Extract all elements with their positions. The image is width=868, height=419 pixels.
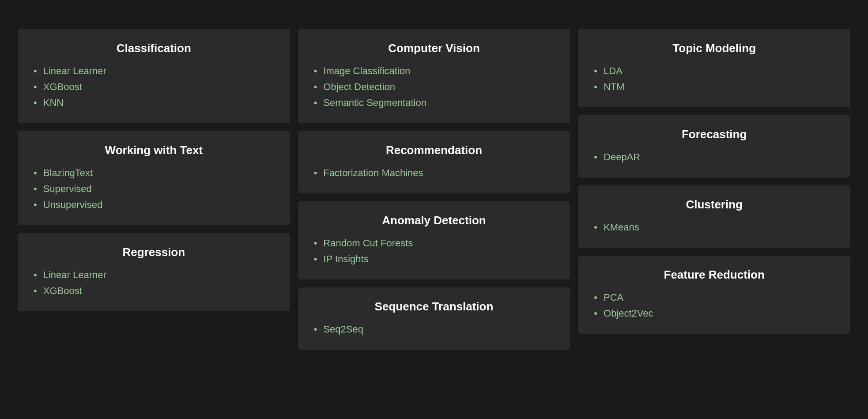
card-title-working-with-text: Working with Text [34,143,274,157]
card-sequence-translation: Sequence TranslationSeq2Seq [298,287,570,350]
card-list-computer-vision: Image ClassificationObject DetectionSema… [314,63,555,111]
card-list-sequence-translation: Seq2Seq [314,321,555,337]
list-item: Supervised [34,181,274,197]
list-item: Object2Vec [594,306,834,321]
column-middle: Computer VisionImage ClassificationObjec… [298,29,570,350]
card-title-recommendation: Recommendation [314,143,555,157]
list-item: IP Insights [314,251,555,267]
card-title-forecasting: Forecasting [594,128,834,141]
card-working-with-text: Working with TextBlazingTextSupervisedUn… [18,131,290,225]
card-forecasting: ForecastingDeepAR [578,115,850,177]
column-right: Topic ModelingLDANTMForecastingDeepARClu… [578,29,850,350]
list-item: PCA [594,290,834,306]
card-classification: ClassificationLinear LearnerXGBoostKNN [18,29,290,123]
list-item: Unsupervised [34,197,274,213]
list-item: LDA [594,63,834,79]
card-topic-modeling: Topic ModelingLDANTM [578,29,850,107]
list-item: Seq2Seq [314,321,555,337]
list-item: Linear Learner [34,63,274,79]
list-item: Semantic Segmentation [314,95,555,111]
main-grid: ClassificationLinear LearnerXGBoostKNNWo… [18,29,850,350]
card-title-topic-modeling: Topic Modeling [594,42,834,55]
card-list-working-with-text: BlazingTextSupervisedUnsupervised [34,165,274,213]
list-item: Object Detection [314,79,555,95]
list-item: KMeans [594,219,834,235]
list-item: XGBoost [34,283,274,299]
list-item: XGBoost [34,79,274,95]
card-title-classification: Classification [34,42,274,55]
list-item: Factorization Machines [314,165,555,181]
card-list-feature-reduction: PCAObject2Vec [594,290,834,321]
card-list-regression: Linear LearnerXGBoost [34,267,274,299]
card-list-anomaly-detection: Random Cut ForestsIP Insights [314,235,555,267]
card-title-clustering: Clustering [594,198,834,211]
list-item: Linear Learner [34,267,274,283]
card-computer-vision: Computer VisionImage ClassificationObjec… [298,29,570,123]
card-feature-reduction: Feature ReductionPCAObject2Vec [578,256,850,334]
list-item: Random Cut Forests [314,235,555,251]
card-list-clustering: KMeans [594,219,834,235]
card-list-topic-modeling: LDANTM [594,63,834,95]
column-left: ClassificationLinear LearnerXGBoostKNNWo… [18,29,290,350]
list-item: DeepAR [594,149,834,165]
list-item: NTM [594,79,834,95]
card-title-anomaly-detection: Anomaly Detection [314,214,555,227]
list-item: BlazingText [34,165,274,181]
card-anomaly-detection: Anomaly DetectionRandom Cut ForestsIP In… [298,201,570,279]
card-title-feature-reduction: Feature Reduction [594,268,834,282]
card-list-classification: Linear LearnerXGBoostKNN [34,63,274,111]
card-list-forecasting: DeepAR [594,149,834,165]
card-regression: RegressionLinear LearnerXGBoost [18,233,290,311]
card-recommendation: RecommendationFactorization Machines [298,131,570,193]
card-title-regression: Regression [34,245,274,259]
list-item: Image Classification [314,63,555,79]
card-title-computer-vision: Computer Vision [314,42,555,55]
card-clustering: ClusteringKMeans [578,185,850,248]
card-list-recommendation: Factorization Machines [314,165,555,181]
list-item: KNN [34,95,274,111]
card-title-sequence-translation: Sequence Translation [314,300,555,313]
